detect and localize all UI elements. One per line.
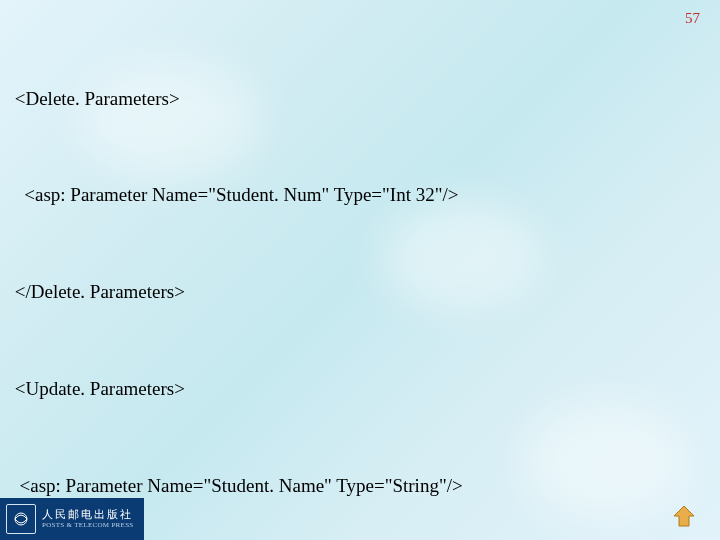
code-block: <Delete. Parameters> <asp: Parameter Nam…	[10, 18, 680, 540]
publisher-logo-icon	[6, 504, 36, 534]
page-number: 57	[685, 10, 700, 27]
up-arrow-button[interactable]	[670, 502, 698, 530]
code-line: <Update. Parameters>	[10, 373, 680, 405]
code-line: <asp: Parameter Name="Student. Num" Type…	[10, 179, 680, 211]
publisher-name-cn: 人民邮电出版社	[42, 508, 134, 521]
publisher-name-en: POSTS & TELECOM PRESS	[42, 521, 134, 529]
up-arrow-icon	[670, 502, 698, 530]
footer: 人民邮电出版社 POSTS & TELECOM PRESS	[0, 498, 720, 540]
code-line: </Delete. Parameters>	[10, 276, 680, 308]
publisher-text: 人民邮电出版社 POSTS & TELECOM PRESS	[42, 508, 134, 530]
code-line: <Delete. Parameters>	[10, 83, 680, 115]
publisher-badge: 人民邮电出版社 POSTS & TELECOM PRESS	[0, 498, 144, 540]
